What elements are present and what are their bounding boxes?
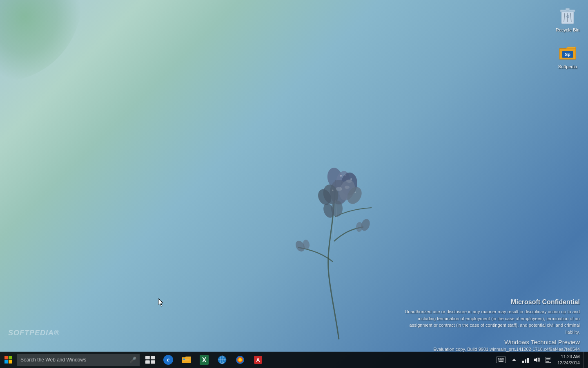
ms-confidential-notice: Microsoft Confidential Unauthorized use … — [396, 298, 580, 335]
svg-rect-71 — [546, 360, 550, 361]
svg-rect-39 — [145, 360, 150, 364]
search-bar[interactable]: Search the Web and Windows 🎤 — [17, 354, 140, 366]
action-center-tray-icon[interactable] — [543, 352, 554, 368]
desktop: SOFTPEDIA® Microsoft Confidential Unauth… — [0, 0, 588, 368]
windows-preview-notice: Windows Technical Preview Evaluation cop… — [433, 339, 580, 352]
svg-rect-34 — [9, 356, 12, 359]
svg-rect-67 — [527, 358, 529, 363]
svg-rect-70 — [546, 358, 550, 359]
ms-confidential-title: Microsoft Confidential — [396, 298, 580, 306]
svg-marker-68 — [534, 357, 537, 362]
ms-confidential-body: Unauthorized use or disclosure in any ma… — [396, 308, 580, 335]
svg-point-21 — [355, 192, 356, 193]
taskbar-apps: e X — [141, 352, 494, 368]
svg-rect-65 — [522, 361, 524, 363]
search-placeholder: Search the Web and Windows — [20, 357, 128, 363]
svg-point-18 — [345, 175, 346, 176]
svg-point-52 — [238, 358, 242, 361]
volume-tray-icon[interactable] — [531, 352, 543, 368]
svg-text:♻: ♻ — [566, 14, 570, 19]
svg-rect-57 — [499, 358, 501, 359]
mouse-cursor — [158, 298, 163, 307]
keyboard-tray-icon[interactable] — [494, 352, 508, 368]
svg-point-17 — [340, 175, 342, 177]
svg-rect-66 — [525, 359, 526, 363]
svg-point-20 — [332, 190, 334, 191]
svg-point-15 — [345, 186, 350, 189]
svg-line-23 — [333, 221, 334, 245]
microphone-icon[interactable]: 🎤 — [129, 357, 136, 363]
svg-rect-62 — [503, 359, 504, 361]
svg-rect-59 — [503, 358, 504, 359]
system-tray: 11:23 AM 12/24/2014 — [494, 352, 588, 368]
svg-rect-61 — [499, 359, 503, 361]
win-preview-main-text: Windows Technical Preview — [433, 339, 580, 346]
recycle-bin-label: Recycle Bin — [556, 27, 579, 33]
svg-rect-58 — [501, 358, 503, 359]
svg-point-16 — [346, 180, 352, 183]
start-button[interactable] — [0, 352, 16, 368]
task-view-button[interactable] — [141, 352, 159, 368]
internet-explorer-button[interactable]: e — [159, 352, 177, 368]
recycle-bin-icon[interactable]: ♻ Recycle Bin — [551, 4, 584, 34]
svg-point-19 — [350, 178, 352, 180]
file-explorer-button[interactable] — [177, 352, 195, 368]
app-button-1[interactable] — [213, 352, 231, 368]
svg-rect-29 — [566, 8, 570, 10]
taskbar: Search the Web and Windows 🎤 e — [0, 352, 588, 368]
svg-rect-56 — [498, 358, 499, 359]
svg-rect-42 — [183, 361, 189, 361]
svg-text:X: X — [202, 357, 207, 364]
svg-text:A: A — [256, 357, 260, 363]
svg-rect-36 — [9, 360, 12, 364]
svg-rect-40 — [151, 360, 155, 364]
svg-rect-37 — [145, 356, 150, 359]
svg-marker-64 — [512, 359, 516, 361]
softpedia-desktop-icon[interactable]: Sp Softpedia — [551, 41, 584, 71]
app-button-2[interactable]: A — [249, 352, 267, 368]
firefox-button[interactable] — [231, 352, 249, 368]
show-desktop-button[interactable] — [583, 352, 586, 368]
recycle-bin-image: ♻ — [558, 6, 577, 25]
svg-rect-33 — [4, 356, 8, 359]
expand-tray-icon[interactable] — [508, 352, 520, 368]
clock-time: 11:23 AM — [561, 354, 580, 360]
svg-text:Sp: Sp — [565, 52, 570, 57]
svg-rect-35 — [4, 360, 8, 364]
background-leaf — [0, 0, 82, 82]
svg-rect-60 — [498, 359, 499, 361]
network-tray-icon[interactable] — [520, 352, 531, 368]
svg-point-14 — [336, 187, 342, 191]
ie-icon: e — [163, 355, 173, 365]
win-preview-build-text: Evaluation copy. Build 9901.winmain_prs.… — [433, 347, 580, 352]
svg-rect-63 — [499, 361, 503, 362]
clock[interactable]: 11:23 AM 12/24/2014 — [554, 352, 583, 368]
softpedia-watermark: SOFTPEDIA® — [8, 329, 60, 337]
svg-rect-43 — [183, 360, 189, 360]
clock-date: 12/24/2014 — [557, 360, 580, 366]
softpedia-label: Softpedia — [558, 64, 577, 70]
excel-button[interactable]: X — [195, 352, 213, 368]
softpedia-icon-image: Sp — [558, 43, 577, 62]
svg-rect-38 — [151, 356, 155, 359]
svg-rect-72 — [546, 361, 549, 362]
